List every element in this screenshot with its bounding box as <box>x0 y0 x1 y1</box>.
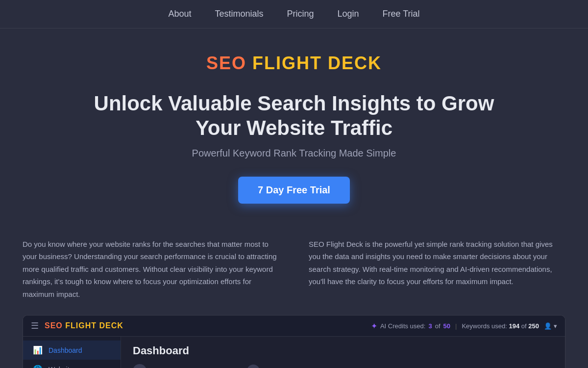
hero-section: SEO FLIGHT DECK Unlock Valuable Search I… <box>0 28 588 218</box>
nav-login[interactable]: Login <box>338 9 359 19</box>
ai-credits: ✦ AI Credits used: 3 of 50 <box>371 321 450 331</box>
ai-used: 3 <box>428 322 432 330</box>
hero-headline: Unlock Valuable Search Insights to Grow … <box>74 91 514 141</box>
dashboard-main: Dashboard 🏔 https://www.cleverhiker.com … <box>121 337 565 368</box>
kw-label: Keywords used: <box>462 322 507 330</box>
dashboard-sidebar: 📊 Dashboard 🌐 Websites <box>23 337 121 368</box>
kw-used-val: 194 <box>509 322 520 330</box>
ai-of: of <box>435 322 441 330</box>
nav-about[interactable]: About <box>168 9 191 19</box>
navigation: About Testimonials Pricing Login Free Tr… <box>0 0 588 28</box>
url-navigate-button[interactable]: → <box>247 365 260 368</box>
sidebar-item-websites[interactable]: 🌐 Websites <box>23 360 121 368</box>
url-row: 🏔 https://www.cleverhiker.com → <box>133 364 553 368</box>
dashboard-brand: SEO FLIGHT DECK <box>45 321 123 330</box>
user-icon: 👤 <box>544 322 552 330</box>
topbar-right: ✦ AI Credits used: 3 of 50 | Keywords us… <box>371 321 557 331</box>
sidebar-dashboard-label: Dashboard <box>49 346 82 354</box>
dashboard-icon: 📊 <box>33 345 43 355</box>
keywords-used: Keywords used: 194 of 250 <box>462 322 539 330</box>
cta-button[interactable]: 7 Day Free Trial <box>238 177 350 204</box>
ai-total: 50 <box>443 322 450 330</box>
left-col: Do you know where your website ranks for… <box>23 238 279 301</box>
site-favicon: 🏔 <box>133 364 147 368</box>
brand-logo: SEO FLIGHT DECK <box>206 53 382 74</box>
hero-subheadline: Powerful Keyword Rank Tracking Made Simp… <box>20 148 568 159</box>
brand-seo: SEO <box>206 53 246 73</box>
dash-brand-rest: FLIGHT DECK <box>65 321 123 330</box>
brand-rest: FLIGHT DECK <box>252 53 382 73</box>
nav-pricing[interactable]: Pricing <box>287 9 314 19</box>
divider: | <box>455 322 457 330</box>
websites-icon: 🌐 <box>33 365 43 368</box>
dash-brand-seo: SEO <box>45 321 63 330</box>
menu-icon[interactable]: ☰ <box>31 320 39 331</box>
two-col-section: Do you know where your website ranks for… <box>0 218 588 315</box>
ai-label: AI Credits used: <box>380 322 426 330</box>
sidebar-item-dashboard[interactable]: 📊 Dashboard <box>23 341 121 360</box>
dashboard-body: 📊 Dashboard 🌐 Websites Dashboard 🏔 https… <box>23 337 565 368</box>
nav-free-trial[interactable]: Free Trial <box>383 9 420 19</box>
dashboard-topbar: ☰ SEO FLIGHT DECK ✦ AI Credits used: 3 o… <box>23 315 565 337</box>
dashboard-title: Dashboard <box>133 344 553 357</box>
kw-of: of <box>521 322 528 330</box>
sidebar-websites-label: Websites <box>49 366 76 368</box>
kw-total: 250 <box>528 322 539 330</box>
right-col: SEO Flight Deck is the powerful yet simp… <box>309 238 565 301</box>
ai-icon: ✦ <box>371 321 377 331</box>
user-chevron: ▾ <box>554 322 557 330</box>
nav-testimonials[interactable]: Testimonials <box>215 9 263 19</box>
left-col-text: Do you know where your website ranks for… <box>23 238 279 301</box>
right-col-text: SEO Flight Deck is the powerful yet simp… <box>309 238 565 288</box>
dashboard-preview: ☰ SEO FLIGHT DECK ✦ AI Credits used: 3 o… <box>23 315 565 368</box>
user-menu-button[interactable]: 👤 ▾ <box>544 322 557 330</box>
